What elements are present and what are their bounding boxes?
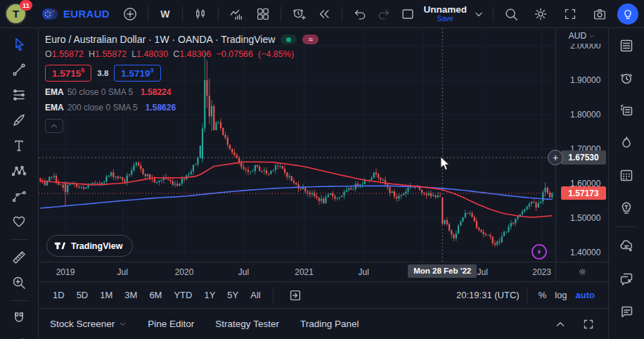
legend-collapse-button[interactable] bbox=[45, 119, 63, 133]
layout-name-button[interactable]: Unnamed Save bbox=[423, 5, 467, 23]
divider bbox=[10, 300, 28, 301]
notes-icon bbox=[618, 102, 635, 119]
expand-panel-chevron-button[interactable] bbox=[552, 316, 569, 333]
chevron-up-icon bbox=[553, 316, 568, 332]
create-alert-button[interactable] bbox=[288, 4, 309, 25]
tool-ruler-button[interactable] bbox=[9, 248, 29, 267]
tool-zoom-in-button[interactable] bbox=[9, 273, 29, 293]
add-alert-plus-button[interactable]: + bbox=[548, 150, 563, 165]
time-axis[interactable]: Mon 28 Feb '22 2019Jul2020Jul2021Jul2022… bbox=[39, 262, 555, 281]
tab-stock-screener[interactable]: Stock Screener bbox=[50, 319, 127, 329]
range-5y-button[interactable]: 5Y bbox=[222, 287, 243, 303]
range-6m-button[interactable]: 6M bbox=[144, 287, 167, 303]
time-tick: Jul bbox=[358, 267, 368, 277]
panel-tab-list: Stock ScreenerPine EditorStrategy Tester… bbox=[50, 319, 359, 329]
range-ytd-button[interactable]: YTD bbox=[169, 287, 197, 303]
chart-title[interactable]: Euro / Australian Dollar · 1W · OANDA · … bbox=[45, 34, 275, 45]
alerts-icon bbox=[618, 70, 635, 87]
range-3m-button[interactable]: 3M bbox=[120, 287, 142, 303]
tool-notes-button[interactable] bbox=[616, 100, 637, 121]
tool-text-button[interactable] bbox=[9, 136, 29, 155]
axis-currency-button[interactable]: AUD bbox=[556, 28, 608, 44]
tool-watchlist-button[interactable] bbox=[616, 35, 637, 56]
axis-settings-corner[interactable] bbox=[555, 262, 608, 281]
chart-style-button[interactable] bbox=[190, 4, 211, 25]
chart-pane[interactable]: Euro / Australian Dollar · 1W · OANDA · … bbox=[39, 28, 555, 262]
tool-calendar-button[interactable] bbox=[616, 165, 637, 186]
go-to-date-button[interactable] bbox=[285, 285, 306, 306]
fullscreen-button[interactable] bbox=[560, 4, 581, 25]
price-axis[interactable]: AUD + 1.67530 1.57173 2.000001.900001.80… bbox=[555, 28, 608, 262]
range-all-button[interactable]: All bbox=[245, 287, 265, 303]
tool-minds-button[interactable] bbox=[616, 236, 637, 257]
undo-button[interactable] bbox=[349, 4, 371, 25]
layout-menu-chevron[interactable] bbox=[472, 4, 486, 25]
snapshot-camera-button[interactable] bbox=[589, 4, 610, 25]
range-1y-button[interactable]: 1Y bbox=[199, 287, 220, 303]
tab-pine-editor[interactable]: Pine Editor bbox=[148, 319, 194, 329]
tool-trend-line-button[interactable] bbox=[9, 60, 29, 79]
layout-icon bbox=[255, 6, 271, 22]
last-price-label: 1.57173 bbox=[561, 186, 606, 200]
bar-replay-button[interactable] bbox=[314, 4, 335, 25]
ideas-toggle-on[interactable] bbox=[281, 34, 297, 44]
clock-utc[interactable]: 20:19:31 (UTC) bbox=[456, 290, 520, 300]
text-icon bbox=[11, 137, 27, 154]
indicator-row-ema50[interactable]: EMA 50 close 0 SMA 5 1.58224 bbox=[45, 87, 318, 97]
price-tick: 1.80000 bbox=[570, 110, 600, 120]
indicators-icon bbox=[228, 6, 244, 22]
divider bbox=[342, 6, 342, 22]
tool-forecast-button[interactable] bbox=[9, 186, 29, 206]
percent-scale-button[interactable]: % bbox=[534, 288, 551, 302]
goto-date-icon bbox=[288, 288, 303, 303]
indicator-row-ema200[interactable]: EMA 200 close 0 SMA 5 1.58626 bbox=[45, 103, 318, 113]
buy-ask-button[interactable]: 1.57193 bbox=[114, 65, 160, 82]
tool-messages-button[interactable] bbox=[616, 300, 637, 321]
range-1m-button[interactable]: 1M bbox=[95, 287, 117, 303]
watermark-label: TradingView bbox=[71, 241, 122, 251]
redo-button[interactable] bbox=[373, 4, 394, 25]
user-menu-button[interactable]: T 11 bbox=[5, 3, 27, 25]
layout-grid-button[interactable] bbox=[252, 4, 273, 25]
instant-trading-bolt-button[interactable] bbox=[532, 244, 547, 260]
tool-cursor-button[interactable] bbox=[9, 34, 29, 54]
tab-strategy-tester[interactable]: Strategy Tester bbox=[215, 319, 279, 329]
save-label[interactable]: Save bbox=[437, 15, 453, 23]
tool-magnet-button[interactable] bbox=[9, 309, 29, 328]
symbol-search-button[interactable]: EURAUD bbox=[41, 6, 110, 22]
publish-idea-button[interactable] bbox=[617, 4, 638, 25]
log-scale-button[interactable]: log bbox=[550, 288, 571, 302]
zoom-in-icon bbox=[11, 274, 27, 291]
auto-scale-button[interactable]: auto bbox=[572, 288, 599, 302]
chats-icon bbox=[618, 270, 635, 287]
tool-xabcd-pattern-button[interactable] bbox=[9, 161, 29, 181]
tool-fib-retracement-button[interactable] bbox=[9, 85, 29, 105]
tool-hotlists-button[interactable] bbox=[616, 132, 637, 153]
sell-bid-button[interactable]: 1.57155 bbox=[45, 65, 91, 82]
minds-toggle[interactable]: ≈ bbox=[302, 34, 318, 44]
divider bbox=[616, 226, 637, 227]
indicators-button[interactable] bbox=[226, 4, 247, 25]
quick-search-button[interactable] bbox=[501, 4, 522, 25]
tab-trading-panel[interactable]: Trading Panel bbox=[300, 319, 359, 329]
tool-emoji-button[interactable] bbox=[9, 212, 29, 231]
tool-chats-button[interactable] bbox=[616, 268, 637, 289]
settings-button[interactable] bbox=[530, 4, 551, 25]
spread-value: 3.8 bbox=[97, 69, 108, 77]
tool-alerts-button[interactable] bbox=[616, 68, 637, 89]
watchlist-icon bbox=[618, 37, 635, 54]
camera-icon bbox=[592, 6, 607, 22]
maximize-panel-button[interactable] bbox=[580, 316, 597, 333]
range-1d-button[interactable]: 1D bbox=[48, 287, 70, 303]
price-tick: 1.90000 bbox=[570, 75, 600, 85]
save-layout-icon[interactable] bbox=[397, 4, 418, 25]
tool-ideas-button[interactable] bbox=[616, 197, 637, 218]
compare-add-symbol-button[interactable] bbox=[120, 4, 141, 25]
range-5d-button[interactable]: 5D bbox=[72, 287, 94, 303]
tradingview-watermark[interactable]: TradingView bbox=[46, 235, 133, 257]
trend-line-icon bbox=[11, 61, 27, 78]
tool-edit-button[interactable] bbox=[9, 334, 29, 339]
interval-button[interactable]: W bbox=[155, 4, 175, 25]
bolt-icon bbox=[534, 247, 544, 257]
tool-brush-button[interactable] bbox=[9, 110, 29, 130]
